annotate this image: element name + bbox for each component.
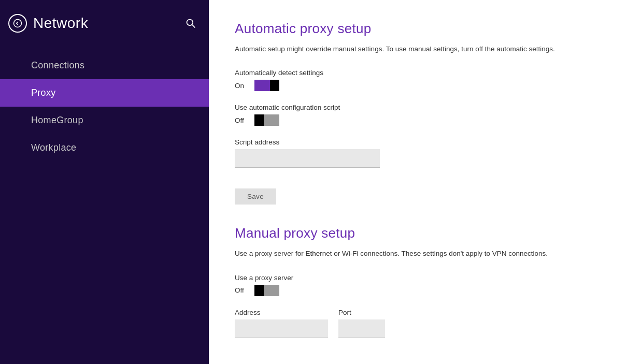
sidebar: Network Connections Proxy HomeGroup Work…	[0, 0, 209, 364]
address-group: Address	[235, 309, 328, 338]
script-address-label: Script address	[235, 138, 601, 146]
port-label: Port	[338, 309, 385, 316]
svg-line-2	[192, 25, 195, 27]
auto-config-thumb	[254, 114, 264, 126]
sidebar-item-homegroup[interactable]: HomeGroup	[0, 107, 209, 134]
main-content: Automatic proxy setup Automatic setup mi…	[209, 0, 627, 364]
detect-settings-label: Automatically detect settings	[235, 69, 601, 77]
address-input[interactable]	[235, 319, 328, 338]
sidebar-header: Network	[0, 0, 209, 47]
auto-config-group: Use automatic configuration script Off	[235, 104, 601, 126]
detect-settings-toggle-row: On	[235, 80, 601, 91]
auto-proxy-description: Automatic setup might override manual se…	[235, 44, 597, 54]
detect-settings-track	[254, 80, 279, 91]
port-input[interactable]	[338, 319, 385, 338]
save-button[interactable]: Save	[235, 188, 276, 205]
sidebar-item-connections[interactable]: Connections	[0, 52, 209, 79]
auto-config-track	[254, 114, 279, 126]
address-label: Address	[235, 309, 328, 316]
script-address-group: Script address	[235, 138, 601, 168]
sidebar-item-workplace[interactable]: Workplace	[0, 134, 209, 162]
sidebar-item-proxy[interactable]: Proxy	[0, 79, 209, 107]
detect-settings-toggle[interactable]	[254, 80, 279, 91]
svg-point-1	[187, 20, 193, 26]
script-address-input[interactable]	[235, 149, 380, 168]
manual-proxy-section: Manual proxy setup Use a proxy server fo…	[235, 225, 601, 338]
sidebar-nav: Connections Proxy HomeGroup Workplace	[0, 52, 209, 162]
search-button[interactable]	[183, 16, 198, 31]
detect-settings-state: On	[235, 82, 249, 90]
use-proxy-thumb	[254, 285, 264, 296]
auto-proxy-title: Automatic proxy setup	[235, 21, 601, 37]
use-proxy-group: Use a proxy server Off	[235, 274, 601, 296]
use-proxy-toggle-row: Off	[235, 285, 601, 296]
detect-settings-group: Automatically detect settings On	[235, 69, 601, 91]
use-proxy-toggle[interactable]	[254, 285, 279, 296]
port-group: Port	[338, 309, 385, 338]
use-proxy-state: Off	[235, 286, 249, 294]
auto-config-toggle-row: Off	[235, 114, 601, 126]
use-proxy-label: Use a proxy server	[235, 274, 601, 282]
manual-proxy-title: Manual proxy setup	[235, 225, 601, 241]
sidebar-header-left: Network	[8, 14, 88, 33]
use-proxy-track	[254, 285, 279, 296]
auto-config-toggle[interactable]	[254, 114, 279, 126]
sidebar-title: Network	[33, 15, 88, 32]
auto-config-label: Use automatic configuration script	[235, 104, 601, 111]
detect-settings-thumb	[270, 80, 279, 91]
svg-point-0	[14, 20, 22, 27]
manual-proxy-description: Use a proxy server for Ethernet or Wi-Fi…	[235, 249, 597, 259]
back-button[interactable]	[8, 14, 27, 33]
address-port-row: Address Port	[235, 309, 601, 338]
auto-config-state: Off	[235, 117, 249, 124]
